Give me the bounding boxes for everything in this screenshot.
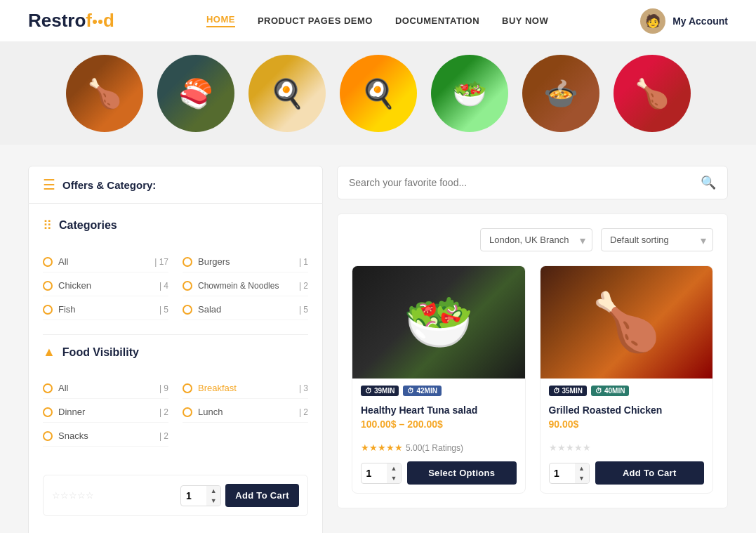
fv-radio-dinner (43, 407, 53, 417)
fv-radio-snacks (43, 431, 53, 441)
fv-breakfast[interactable]: Breakfast | 3 (183, 378, 308, 399)
categories-header: ⠿ Categories (43, 218, 308, 240)
qty-down-tuna[interactable]: ▼ (387, 473, 401, 483)
qty-input-bottom-left[interactable] (181, 490, 206, 501)
cat-count-salad: | 5 (299, 305, 308, 315)
stars-tuna: ★★★★★ (361, 442, 403, 453)
sort-select-wrapper: Default sorting Price: Low to High Price… (601, 228, 713, 251)
product-name-chicken: Grilled Roasted Chicken (549, 404, 705, 416)
fv-label-lunch: Lunch (198, 407, 223, 417)
fv-dinner[interactable]: Dinner | 2 (43, 402, 168, 423)
cat-label-chowmein: Chowmein & Noodles (198, 281, 279, 291)
fv-radio-breakfast (183, 383, 192, 393)
stars-row-chicken: ★★★★★ (541, 442, 713, 456)
fv-all[interactable]: All | 9 (43, 378, 168, 399)
food-circle-6[interactable]: 🍲 (522, 55, 599, 132)
fv-label-dinner: Dinner (58, 407, 85, 417)
star-row-bottom: ☆☆☆☆☆ (52, 490, 94, 501)
food-emoji-1: 🍗 (66, 55, 143, 132)
fv-radio-all (43, 383, 53, 393)
stars-chicken: ★★★★★ (549, 442, 591, 453)
qty-up-chicken[interactable]: ▲ (575, 463, 589, 473)
logo-text-start: Restro (28, 10, 86, 32)
fv-count-lunch: | 2 (299, 407, 308, 417)
cat-label-chicken: Chicken (58, 280, 91, 291)
add-to-cart-bottom-left[interactable]: Add To Cart (225, 484, 299, 507)
right-area: 🔍 London, UK Branch New York Branch Pari… (323, 145, 728, 533)
offers-bar: ☰ Offers & Category: (28, 166, 323, 204)
food-images-row: 🍗 🍣 🍳 🍳 🥗 🍲 🍗 (0, 42, 756, 145)
food-visibility-header: ▲ Food Visibility (43, 345, 308, 367)
fv-snacks[interactable]: Snacks | 2 (43, 426, 168, 447)
divider-1 (43, 334, 308, 335)
food-circle-3[interactable]: 🍳 (248, 55, 326, 132)
cat-fish[interactable]: Fish | 5 (43, 299, 168, 320)
categories-grid: All | 17 Burgers | 1 Chicken (43, 251, 308, 320)
food-emoji-3: 🍳 (248, 55, 326, 132)
nav-documentation[interactable]: DOCUMENTATION (395, 15, 479, 26)
product-info-tuna: Healthy Heart Tuna salad 100.00$ – 200.0… (352, 399, 525, 442)
cat-all[interactable]: All | 17 (43, 251, 168, 272)
food-visibility-grid: All | 9 Breakfast | 3 (43, 378, 308, 447)
cat-label-burgers: Burgers (198, 256, 230, 267)
product-badges-tuna: ⏱ 39MIN ⏱ 42MIN (352, 379, 525, 399)
bottom-card-left: ☆☆☆☆☆ ▲ ▼ Add To Cart (43, 475, 308, 516)
sidebar: ☰ Offers & Category: ⠿ Categories All | … (28, 145, 323, 533)
sort-select[interactable]: Default sorting Price: Low to High Price… (601, 228, 713, 251)
fv-count-all: | 9 (159, 383, 168, 393)
main-area: ☰ Offers & Category: ⠿ Categories All | … (0, 145, 756, 533)
product-card-grilled-chicken: 🍗 ⏱ 35MIN ⏱ 40MIN Grilled Roasted Chicke… (540, 265, 714, 494)
food-circle-2[interactable]: 🍣 (157, 55, 234, 132)
qty-up-bottom-left[interactable]: ▲ (206, 486, 220, 496)
search-icon[interactable]: 🔍 (701, 175, 716, 190)
select-options-button[interactable]: Select Options (407, 461, 517, 485)
cat-burgers[interactable]: Burgers | 1 (183, 251, 308, 272)
nav-product-pages[interactable]: PRODUCT PAGES DEMO (258, 15, 373, 26)
food-circle-1[interactable]: 🍗 (66, 55, 143, 132)
logo[interactable]: Restrofd (28, 10, 114, 32)
qty-input-chicken[interactable] (550, 468, 575, 479)
add-to-cart-chicken[interactable]: Add To Cart (595, 461, 705, 485)
categories-title: Categories (59, 219, 117, 232)
cat-count-chicken: | 4 (159, 281, 168, 291)
fv-count-breakfast: | 3 (299, 383, 308, 393)
fv-radio-lunch (183, 407, 192, 417)
offers-icon: ☰ (43, 176, 55, 193)
branch-select[interactable]: London, UK Branch New York Branch Paris … (480, 228, 592, 251)
qty-down-bottom-left[interactable]: ▼ (206, 496, 220, 506)
cat-radio-fish (43, 305, 53, 315)
fv-label-snacks: Snacks (58, 430, 88, 441)
products-grid: 🥗 ⏱ 39MIN ⏱ 42MIN Healthy Heart Tuna sal… (352, 265, 713, 494)
product-card-tuna-salad: 🥗 ⏱ 39MIN ⏱ 42MIN Healthy Heart Tuna sal… (352, 265, 526, 494)
avatar: 🧑 (640, 8, 665, 34)
cat-radio-all (43, 257, 53, 267)
header: Restrofd HOME PRODUCT PAGES DEMO DOCUMEN… (0, 0, 756, 42)
cat-salad[interactable]: Salad | 5 (183, 299, 308, 320)
branch-select-wrapper: London, UK Branch New York Branch Paris … (480, 228, 592, 251)
qty-wrapper-bottom-left: ▲ ▼ (180, 485, 221, 506)
food-visibility-title: Food Visibility (62, 346, 139, 359)
sidebar-content: ⠿ Categories All | 17 Burgers | 1 (28, 204, 323, 533)
products-area: London, UK Branch New York Branch Paris … (337, 213, 728, 508)
cat-count-burgers: | 1 (299, 257, 308, 267)
fv-count-dinner: | 2 (159, 407, 168, 417)
cat-label-fish: Fish (58, 304, 76, 315)
food-visibility-section: ▲ Food Visibility All | 9 Brea (43, 345, 308, 447)
food-circle-5[interactable]: 🥗 (431, 55, 508, 132)
food-circle-7[interactable]: 🍗 (614, 55, 691, 132)
qty-input-tuna[interactable] (362, 468, 387, 479)
rating-tuna: 5.00(1 Ratings) (406, 443, 463, 453)
fv-count-snacks: | 2 (159, 431, 168, 441)
search-input[interactable] (349, 177, 701, 188)
fv-lunch[interactable]: Lunch | 2 (183, 402, 308, 423)
nav-home[interactable]: HOME (206, 14, 235, 27)
cat-chicken[interactable]: Chicken | 4 (43, 275, 168, 296)
qty-down-chicken[interactable]: ▼ (575, 473, 589, 483)
products-toolbar: London, UK Branch New York Branch Paris … (352, 228, 713, 251)
my-account-area[interactable]: 🧑 My Account (640, 8, 728, 34)
cat-chowmein[interactable]: Chowmein & Noodles | 2 (183, 275, 308, 296)
nav-buy-now[interactable]: BUY NOW (502, 15, 548, 26)
qty-up-tuna[interactable]: ▲ (387, 463, 401, 473)
food-circle-4[interactable]: 🍳 (340, 55, 417, 132)
categories-icon: ⠿ (43, 218, 52, 233)
